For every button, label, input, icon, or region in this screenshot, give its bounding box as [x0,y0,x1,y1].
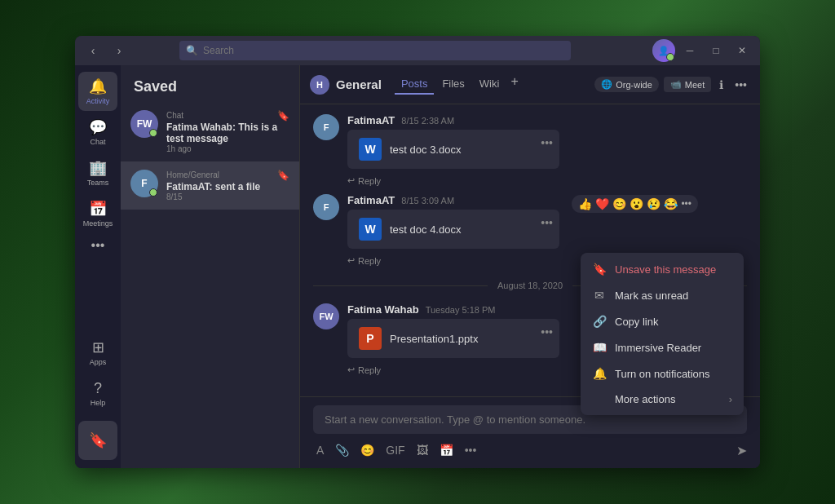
saved-sender: Fatima Wahab: This is a test message [166,122,289,144]
more-compose-button[interactable]: ••• [462,440,480,460]
chat-area: H General Posts Files Wiki + 🌐 Org-wide … [300,65,760,468]
more-options-button[interactable]: ••• [731,75,750,95]
tab-wiki[interactable]: Wiki [473,74,506,95]
forward-button[interactable]: › [108,39,130,62]
titlebar-right: 👤 ─ □ ✕ [652,39,753,62]
msg-time: 8/15 3:09 AM [401,196,454,206]
channel-label: Chat [166,111,183,120]
org-wide-button[interactable]: 🌐 Org-wide [594,77,659,92]
avatar: F [130,170,158,197]
file-name: test doc 4.docx [390,223,461,236]
more-button[interactable]: ••• [91,238,105,253]
emoji-button[interactable]: 😊 [357,440,378,460]
channel-header: H General Posts Files Wiki + 🌐 Org-wide … [300,65,760,104]
meet-button[interactable]: 📹 Meet [664,77,711,92]
ctx-label: Mark as unread [615,290,688,302]
more-emojis-button[interactable]: ••• [681,198,691,210]
sidebar-item-activity[interactable]: 🔔 Activity [78,72,117,111]
ctx-item-copy-link[interactable]: 🔗 Copy link [581,308,744,334]
channel-name: General [336,77,382,91]
sidebar-item-chat[interactable]: 💬 Chat [78,113,117,152]
search-input[interactable] [203,45,564,56]
sticker-button[interactable]: 🖼 [413,440,431,460]
attach-button[interactable]: 📎 [332,440,352,460]
list-item[interactable]: FW Chat 🔖 Fatima Wahab: This is a test m… [121,102,299,161]
back-button[interactable]: ‹ [82,39,104,62]
ctx-label: More actions [615,393,675,405]
file-more-button[interactable]: ••• [541,136,553,149]
msg-sender: Fatima Wahab [347,303,419,316]
bell-icon: 🔔 [592,367,607,380]
saved-item-content: Chat 🔖 Fatima Wahab: This is a test mess… [166,110,289,153]
heart-emoji[interactable]: ❤️ [595,197,609,210]
reply-icon: ↩ [347,255,355,266]
maximize-button[interactable]: □ [705,39,727,62]
meetings-icon: 📅 [89,200,107,218]
reply-icon: ↩ [347,365,355,375]
main-layout: 🔔 Activity 💬 Chat 🏢 Teams 📅 Meetings •••… [75,65,760,468]
help-icon: ? [94,380,102,397]
file-more-button[interactable]: ••• [541,216,553,229]
list-item[interactable]: F Home/General 🔖 FatimaAT: sent a file 8… [121,161,299,210]
file-more-button[interactable]: ••• [541,325,553,338]
reply-icon: ↩ [347,175,355,186]
wow-emoji[interactable]: 😮 [630,197,643,210]
msg-sender: FatimaAT [347,194,395,206]
file-card: P Presentation1.pptx ••• [347,319,559,358]
sidebar-item-meetings[interactable]: 📅 Meetings [78,194,117,233]
teams-icon: 🏢 [89,159,107,177]
ctx-label: Copy link [615,316,658,328]
ctx-item-immersive-reader[interactable]: 📖 Immersive Reader [581,334,744,360]
tab-files[interactable]: Files [435,74,471,95]
close-button[interactable]: ✕ [731,39,753,62]
ctx-item-mark-unread[interactable]: ✉ Mark as unread [581,282,744,308]
header-right: 🌐 Org-wide 📹 Meet ℹ ••• [594,75,750,95]
table-row: F FatimaAT 8/15 2:38 AM W test doc 3.doc… [313,114,747,188]
ctx-item-unsave[interactable]: 🔖 Unsave this message [581,256,744,282]
sidebar-item-apps[interactable]: ⊞ Apps [78,333,117,372]
channel-icon: H [310,75,329,95]
format-button[interactable]: A [313,440,327,460]
minimize-button[interactable]: ─ [678,39,701,62]
activity-icon: 🔔 [89,77,107,95]
info-button[interactable]: ℹ [716,75,727,95]
ctx-label: Turn on notifications [615,368,710,380]
bookmark-icon: 🔖 [592,263,607,276]
add-tab-button[interactable]: + [507,74,521,95]
ctx-item-notifications[interactable]: 🔔 Turn on notifications [581,360,744,387]
search-bar: 🔍 [179,41,571,60]
icon-sidebar: 🔔 Activity 💬 Chat 🏢 Teams 📅 Meetings •••… [75,65,121,468]
channel-label: Home/General [166,170,219,179]
ctx-item-more-actions[interactable]: More actions › [581,387,744,412]
saved-item-content: Home/General 🔖 FatimaAT: sent a file 8/1… [166,170,289,201]
bookmark-icon: 🔖 [277,170,289,181]
tab-posts[interactable]: Posts [395,74,435,95]
sidebar-item-teams[interactable]: 🏢 Teams [78,153,117,192]
ctx-label: Unsave this message [615,263,716,276]
compose-toolbar: A 📎 😊 GIF 🖼 📅 ••• ➤ [313,440,747,460]
sad-emoji[interactable]: 😢 [647,197,660,210]
reply-button[interactable]: ↩ Reply [347,174,747,188]
pptx-icon: P [359,327,382,350]
sidebar-item-label: Apps [90,358,107,366]
context-menu: 🔖 Unsave this message ✉ Mark as unread 🔗… [581,253,744,415]
docx-icon: W [359,218,382,241]
sidebar-item-help[interactable]: ? Help [78,374,117,413]
mail-icon: ✉ [592,289,607,302]
sidebar-item-label: Help [91,399,106,407]
laugh-emoji[interactable]: 😂 [664,197,678,210]
send-button[interactable]: ➤ [736,443,747,458]
schedule-button[interactable]: 📅 [436,440,457,460]
smile-emoji[interactable]: 😊 [612,197,626,210]
file-name: Presentation1.pptx [390,333,478,345]
apps-icon: ⊞ [92,338,104,356]
avatar: F [313,194,339,220]
gif-button[interactable]: GIF [382,440,408,460]
thumbs-up-emoji[interactable]: 👍 [578,197,592,210]
titlebar: ‹ › 🔍 👤 ─ □ ✕ [75,36,760,65]
sidebar-item-saved[interactable]: 🔖 [78,421,117,460]
titlebar-nav: ‹ › [82,39,130,62]
msg-content: FatimaAT 8/15 2:38 AM W test doc 3.docx … [347,114,747,188]
sidebar-item-label: Chat [90,138,105,146]
avatar[interactable]: 👤 [652,39,675,62]
